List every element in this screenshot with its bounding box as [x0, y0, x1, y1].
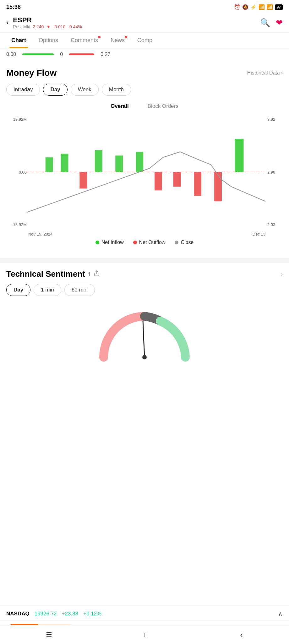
tech-chevron-right-icon[interactable]: ›	[281, 270, 283, 278]
battery-icon: 97	[275, 4, 283, 10]
historical-data-link[interactable]: Historical Data ›	[247, 70, 283, 76]
tab-chart[interactable]: Chart	[5, 33, 32, 48]
wifi-icon: 📶	[259, 4, 265, 10]
sub-tab-overall[interactable]: Overall	[101, 101, 138, 112]
time-tab-1min[interactable]: 1 min	[34, 284, 61, 296]
svg-point-13	[142, 355, 147, 359]
alarm-icon: ⏰	[234, 4, 240, 10]
money-flow-title: Money Flow	[6, 68, 57, 78]
svg-line-12	[143, 321, 144, 357]
sub-tab-block-orders[interactable]: Block Orders	[138, 101, 188, 112]
close-dot	[175, 241, 178, 244]
tab-comments[interactable]: Comments	[64, 33, 104, 48]
header-left: ‹ ESPR Post-Mkt 2.240 ▼ -0.010 -0.44%	[6, 16, 82, 29]
svg-rect-10	[194, 172, 201, 196]
period-tab-intraday[interactable]: Intraday	[6, 84, 40, 96]
svg-rect-4	[115, 156, 123, 172]
tab-comp[interactable]: Comp	[131, 33, 159, 48]
nasdaq-change: +23.88	[62, 611, 78, 617]
svg-rect-11	[214, 172, 222, 201]
period-tab-week[interactable]: Week	[71, 84, 99, 96]
search-icon[interactable]: 🔍	[260, 18, 270, 28]
snippet-val2: 0	[60, 52, 63, 57]
back-button[interactable]: ‹	[6, 19, 8, 27]
snippet-bar-green	[22, 53, 54, 55]
ticker-price-row: Post-Mkt 2.240 ▼ -0.010 -0.44%	[13, 24, 82, 29]
info-icon[interactable]: ℹ	[88, 271, 90, 278]
svg-rect-8	[155, 172, 162, 190]
svg-rect-7	[79, 172, 87, 189]
time-tab-day[interactable]: Day	[6, 284, 30, 296]
status-bar: 15:38 ⏰ 🔕 ⚡ 📶 📶 97	[0, 0, 289, 13]
chart-area: 13.92M 0.00 -13.92M 3	[6, 117, 283, 236]
snippet-val3: 0.27	[101, 52, 110, 57]
y-label-min: -13.92M	[6, 222, 27, 227]
bottom-spacer	[0, 368, 289, 419]
ticker-change: -0.010	[53, 24, 66, 29]
tab-options[interactable]: Options	[32, 33, 64, 48]
nasdaq-price: 19926.72	[35, 611, 57, 617]
y-right-mid: 2.98	[267, 170, 283, 175]
tab-news[interactable]: News	[104, 33, 131, 48]
comments-notification-dot	[98, 36, 101, 38]
share-icon[interactable]	[94, 270, 100, 278]
ticker-change-pct: -0.44%	[68, 24, 82, 29]
system-nav: ☰ □ ‹	[0, 625, 289, 644]
svg-rect-2	[61, 154, 68, 172]
nav-tabs: Chart Options Comments News Comp	[0, 33, 289, 48]
favorite-icon[interactable]: ❤	[276, 18, 283, 28]
nasdaq-pct: +0.12%	[83, 611, 101, 617]
signal-icon: 📶	[267, 4, 273, 10]
news-notification-dot	[125, 36, 127, 38]
ticker-symbol: ESPR	[13, 16, 82, 24]
y-label-zero: 0.00	[6, 170, 27, 175]
svg-rect-3	[95, 150, 102, 172]
svg-rect-1	[46, 157, 53, 172]
net-inflow-dot	[95, 241, 99, 244]
status-icons: ⏰ 🔕 ⚡ 📶 📶 97	[234, 4, 283, 10]
time-tab-60min[interactable]: 60 min	[64, 284, 95, 296]
technical-sentiment-section: Technical Sentiment ℹ › Day 1 min 60 min	[0, 260, 289, 368]
close-label: Close	[181, 240, 194, 245]
chart-svg	[27, 117, 265, 227]
time-tabs: Day 1 min 60 min	[6, 284, 283, 296]
tech-title-row: Technical Sentiment ℹ	[6, 269, 100, 279]
legend-close: Close	[175, 240, 194, 245]
nasdaq-label: NASDAQ	[6, 611, 30, 617]
nasdaq-bar: NASDAQ 19926.72 +23.88 +0.12% ∧	[0, 605, 289, 622]
gauge-container	[6, 302, 283, 365]
y-right-bot: 2.03	[267, 222, 283, 227]
sys-menu-icon[interactable]: ☰	[46, 631, 52, 639]
section-divider	[0, 258, 289, 260]
period-tab-month[interactable]: Month	[102, 84, 131, 96]
tech-header: Technical Sentiment ℹ ›	[6, 269, 283, 279]
x-label-end: Dec 13	[253, 232, 265, 236]
ticker-info: ESPR Post-Mkt 2.240 ▼ -0.010 -0.44%	[13, 16, 82, 29]
sentiment-gauge	[85, 304, 204, 367]
chart-legend: Net Inflow Net Outflow Close	[6, 236, 283, 252]
snippet-val1: 0.00	[6, 52, 16, 57]
period-tab-day[interactable]: Day	[43, 84, 67, 96]
sys-back-icon[interactable]: ‹	[240, 630, 243, 640]
net-outflow-dot	[133, 241, 137, 244]
chart-y-labels-right: 3.92 2.98 2.03	[265, 117, 283, 227]
snippet-bar-red	[69, 53, 94, 55]
svg-rect-9	[173, 172, 181, 187]
ticker-price: 2.240	[33, 24, 44, 29]
y-label-max: 13.92M	[6, 117, 27, 122]
legend-net-outflow: Net Outflow	[133, 240, 166, 245]
svg-rect-6	[235, 139, 243, 172]
money-flow-header: Money Flow Historical Data ›	[6, 68, 283, 78]
svg-rect-5	[136, 152, 143, 172]
bluetooth-icon: ⚡	[250, 4, 257, 10]
chart-x-labels: Nov 15, 2024 Dec 13	[28, 232, 265, 236]
net-outflow-label: Net Outflow	[139, 240, 166, 245]
tech-sentiment-title: Technical Sentiment	[6, 269, 85, 279]
chart-y-labels-left: 13.92M 0.00 -13.92M	[6, 117, 27, 227]
money-flow-section: Money Flow Historical Data › Intraday Da…	[0, 60, 289, 255]
sys-home-icon[interactable]: □	[144, 631, 148, 639]
header-right: 🔍 ❤	[260, 18, 283, 28]
period-tabs: Intraday Day Week Month	[6, 84, 283, 96]
collapse-button[interactable]: ∧	[278, 610, 283, 618]
status-time: 15:38	[6, 4, 21, 10]
